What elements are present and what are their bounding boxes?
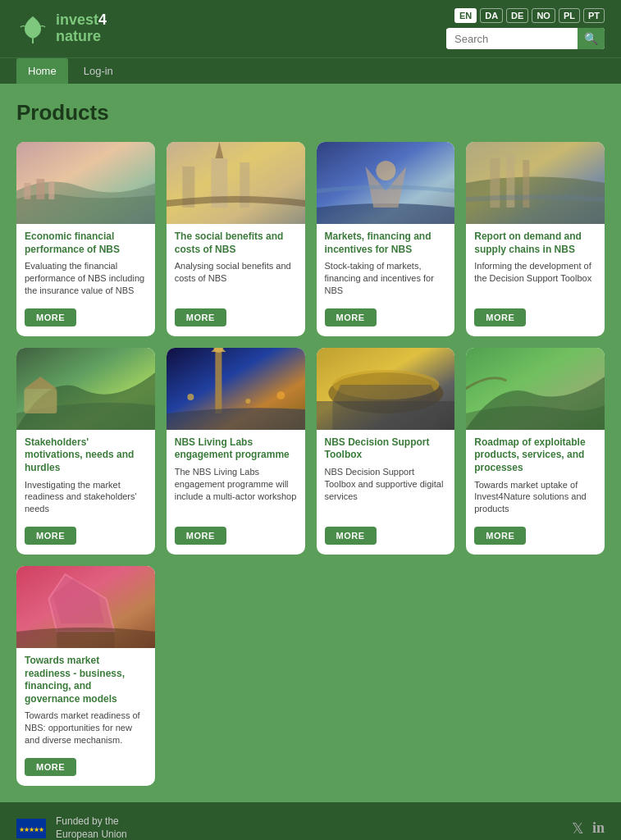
product-card-7: NBS Decision Support Toolbox NBS Decisio…	[317, 348, 455, 555]
logo-line1: invest4	[56, 12, 107, 29]
product-card-6: NBS Living Labs engagement programme The…	[167, 348, 305, 555]
lang-en[interactable]: EN	[454, 8, 477, 23]
card-title-8: Roadmap of exploitable products, service…	[474, 436, 596, 475]
products-grid: Economic financial performance of NBS Ev…	[16, 142, 605, 555]
card-desc-7: NBS Decision Support Toolbox and support…	[325, 466, 447, 515]
more-button-8[interactable]: MORE	[474, 527, 526, 545]
card-title-9: Towards market readiness - business, fin…	[25, 655, 147, 705]
search-bar: 🔍	[446, 28, 605, 49]
card-desc-5: Investigating the market readiness and s…	[25, 479, 147, 516]
card-image-3	[317, 142, 455, 224]
lang-da[interactable]: DA	[480, 8, 503, 23]
card-desc-9: Towards market readiness of NBS: opportu…	[25, 710, 147, 746]
card-desc-1: Evaluating the financial performance of …	[25, 260, 147, 297]
card-desc-4: Informing the development of the Decisio…	[474, 260, 596, 297]
product-card-4: Report on demand and supply chains in NB…	[466, 142, 605, 336]
svg-rect-17	[24, 389, 57, 413]
card-image-4	[466, 142, 605, 224]
page-title: Products	[16, 100, 605, 126]
card-body-1: Economic financial performance of NBS Ev…	[16, 224, 155, 302]
footer-funded-text: Funded by the European Union	[56, 815, 127, 840]
search-button[interactable]: 🔍	[578, 28, 605, 49]
card-image-6	[167, 348, 305, 430]
lang-no[interactable]: NO	[532, 8, 555, 23]
card-body-3: Markets, financing and incentives for NB…	[317, 224, 455, 302]
svg-point-21	[245, 399, 250, 404]
svg-rect-3	[36, 179, 44, 199]
svg-text:★★★★★: ★★★★★	[19, 826, 44, 833]
card-image-9	[16, 566, 155, 648]
card-body-8: Roadmap of exploitable products, service…	[466, 430, 605, 520]
more-button-7[interactable]: MORE	[325, 527, 377, 545]
card-body-6: NBS Living Labs engagement programme The…	[167, 430, 305, 520]
navigation: Home Log-in	[0, 57, 621, 84]
card-body-7: NBS Decision Support Toolbox NBS Decisio…	[317, 430, 455, 520]
nav-home[interactable]: Home	[16, 58, 68, 84]
card-image-5	[16, 348, 155, 430]
product-card-5: Stakeholders' motivations, needs and hur…	[16, 348, 155, 555]
card-image-8	[466, 348, 605, 430]
more-button-5[interactable]: MORE	[25, 527, 76, 545]
logo-icon	[16, 12, 49, 45]
more-button-2[interactable]: MORE	[175, 308, 226, 326]
product-card-9: Towards market readiness - business, fin…	[16, 566, 155, 786]
card-desc-6: The NBS Living Labs engagement programme…	[175, 466, 297, 515]
lang-pl[interactable]: PL	[559, 8, 580, 23]
card-title-6: NBS Living Labs engagement programme	[175, 436, 297, 462]
twitter-icon[interactable]: 𝕏	[572, 819, 584, 838]
logo-line2: nature	[56, 29, 107, 45]
product-card-8: Roadmap of exploitable products, service…	[466, 348, 605, 555]
svg-point-22	[276, 391, 285, 399]
footer-left: ★★★★★ Funded by the European Union	[16, 815, 127, 840]
main-content: Products Economic financial performance …	[0, 84, 621, 802]
card-title-5: Stakeholders' motivations, needs and hur…	[25, 436, 147, 475]
search-input[interactable]	[446, 29, 578, 49]
card-image-1	[16, 142, 155, 224]
product-card-1: Economic financial performance of NBS Ev…	[16, 142, 155, 336]
more-button-1[interactable]: MORE	[25, 308, 76, 326]
more-button-6[interactable]: MORE	[175, 527, 226, 545]
logo: invest4 nature	[16, 12, 107, 45]
more-button-9[interactable]: MORE	[25, 758, 76, 776]
svg-rect-15	[523, 160, 530, 208]
header: invest4 nature EN DA DE NO PL PT 🔍	[0, 0, 621, 57]
card-body-4: Report on demand and supply chains in NB…	[466, 224, 605, 302]
card-title-7: NBS Decision Support Toolbox	[325, 436, 447, 462]
footer-social: 𝕏 in	[572, 819, 605, 838]
svg-rect-2	[24, 183, 30, 199]
svg-point-20	[187, 394, 194, 400]
more-button-4[interactable]: MORE	[474, 308, 526, 326]
svg-rect-31	[57, 632, 114, 648]
card-body-9: Towards market readiness - business, fin…	[16, 648, 155, 751]
card-title-1: Economic financial performance of NBS	[25, 231, 147, 256]
card-desc-2: Analysing social benefits and costs of N…	[175, 260, 297, 297]
lang-de[interactable]: DE	[506, 8, 528, 23]
linkedin-icon[interactable]: in	[592, 819, 605, 838]
card-image-7	[317, 348, 455, 430]
svg-rect-4	[48, 181, 54, 199]
svg-point-11	[376, 161, 395, 180]
footer: ★★★★★ Funded by the European Union 𝕏 in	[0, 802, 621, 840]
card-image-2	[167, 142, 305, 224]
card-title-4: Report on demand and supply chains in NB…	[474, 231, 596, 256]
product-card-3: Markets, financing and incentives for NB…	[317, 142, 455, 336]
card-desc-3: Stock-taking of markets, financing and i…	[325, 260, 447, 297]
products-grid-bottom: Towards market readiness - business, fin…	[16, 566, 605, 786]
lang-pt[interactable]: PT	[583, 8, 605, 23]
language-switcher: EN DA DE NO PL PT	[454, 8, 605, 23]
card-title-3: Markets, financing and incentives for NB…	[325, 231, 447, 256]
card-title-2: The social benefits and costs of NBS	[175, 231, 297, 256]
more-button-3[interactable]: MORE	[325, 308, 377, 326]
card-desc-8: Towards market uptake of Invest4Nature s…	[474, 479, 596, 516]
card-body-5: Stakeholders' motivations, needs and hur…	[16, 430, 155, 520]
card-body-2: The social benefits and costs of NBS Ana…	[167, 224, 305, 302]
eu-flag: ★★★★★	[16, 819, 46, 838]
header-right: EN DA DE NO PL PT 🔍	[446, 8, 605, 49]
product-card-2: The social benefits and costs of NBS Ana…	[167, 142, 305, 336]
nav-login[interactable]: Log-in	[72, 58, 125, 84]
